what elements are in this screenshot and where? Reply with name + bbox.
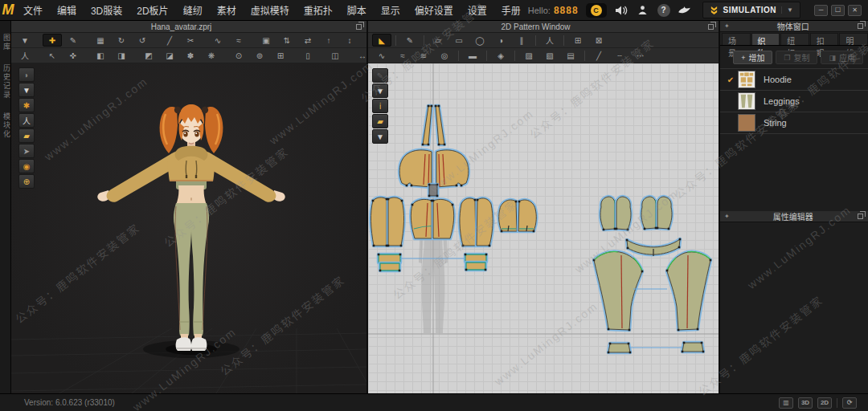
pattern-piece[interactable] [379, 254, 400, 262]
2d-add-polygon-icon[interactable]: ▱ [428, 34, 448, 47]
3d-hanger-icon[interactable]: ⇄ [298, 34, 317, 47]
menu-item-6[interactable]: 素材 [210, 1, 244, 19]
2d-check-sewing-icon[interactable]: ◎ [435, 49, 454, 62]
pattern-piece[interactable] [682, 343, 703, 352]
pin-icon[interactable]: ✦ [724, 22, 730, 30]
speaker-icon[interactable] [614, 4, 628, 17]
2d-mn-sewing-icon[interactable]: ≋ [414, 49, 433, 62]
3d-avatar-up-icon[interactable]: ↑ [319, 34, 338, 47]
pattern-piece[interactable] [465, 254, 486, 262]
show-head-icon[interactable]: ◉ [18, 159, 35, 173]
pattern-piece[interactable] [499, 200, 517, 231]
3d-free-sewing-icon[interactable]: ≈ [229, 34, 248, 47]
2d-basting-icon[interactable]: ┄ [610, 49, 629, 62]
2d-show-avatar-2d-icon[interactable]: 人 [540, 34, 559, 47]
2d-iron-icon[interactable]: ▬ [463, 49, 482, 62]
pattern-piece[interactable] [460, 198, 476, 246]
3d-button-icon[interactable]: ⊙ [229, 49, 248, 62]
menu-item-4[interactable]: 2D板片 [129, 1, 175, 19]
fabric-check-icon[interactable]: ✔ [723, 75, 738, 84]
simulation-button[interactable]: SIMULATION ▼ [702, 2, 800, 18]
coin-icon[interactable]: C [586, 3, 607, 18]
object-tab-1[interactable]: 场景 [722, 33, 751, 45]
2d-add-rectangle-icon[interactable]: ▭ [449, 34, 469, 47]
3d-tack-icon[interactable]: ╱ [160, 34, 179, 47]
help-icon[interactable]: ? [657, 4, 670, 17]
3d-fold-garment-icon[interactable]: ⇅ [277, 34, 297, 47]
pattern-piece[interactable] [608, 344, 630, 352]
split-view-button[interactable]: ▥ [779, 397, 793, 409]
2d-texture-edit-icon[interactable]: ▨ [519, 49, 538, 62]
pattern-piece[interactable] [641, 197, 656, 229]
2d-edit-pattern-icon[interactable]: ✎ [400, 34, 420, 47]
expand-object-window-icon[interactable] [858, 23, 863, 29]
3d-buttonhole-icon[interactable]: ⊚ [250, 49, 269, 62]
show-arrow-icon[interactable]: ➤ [18, 144, 35, 158]
lock-garment-icon[interactable]: ▼ [372, 129, 388, 144]
pattern-piece[interactable] [429, 185, 437, 196]
3d-tape-measure-icon[interactable]: ↖ [43, 49, 62, 62]
2d-segment-sewing-2d-icon[interactable]: ∿ [372, 49, 391, 62]
3d-fabric-front-icon[interactable]: ◩ [139, 49, 158, 62]
view-2d-button[interactable]: 2D [817, 397, 832, 409]
fabric-action-3-button[interactable]: ◨应用 [821, 51, 863, 64]
menu-item-12[interactable]: 设置 [461, 1, 494, 19]
simulation-dropdown-icon[interactable]: ▼ [781, 6, 793, 14]
menu-item-11[interactable]: 偏好设置 [407, 1, 461, 19]
view-3d-button[interactable]: 3D [798, 397, 813, 409]
pattern-window-titlebar[interactable]: 2D Pattern Window [368, 21, 719, 33]
3d-fit-garment-icon[interactable]: ▣ [256, 34, 276, 47]
pattern-canvas[interactable]: ✎▼i▰▼ [368, 63, 719, 393]
menu-item-8[interactable]: 重拓扑 [297, 1, 340, 19]
object-tab-4[interactable]: 扣眼 [810, 33, 839, 45]
pattern-piece[interactable] [388, 197, 404, 246]
fabric-action-1-button[interactable]: +增加 [733, 51, 772, 64]
3d-pattern-tape-icon[interactable]: ◧ [91, 49, 110, 62]
2d-add-circle-icon[interactable]: ◯ [470, 34, 489, 47]
pattern-piece[interactable] [433, 199, 454, 238]
object-tab-2[interactable]: 织物 [751, 33, 780, 45]
fabric-row-string[interactable]: String [720, 112, 868, 134]
object-tab-3[interactable]: 纽扣 [780, 33, 809, 45]
3d-pattern-outline-icon[interactable]: ◨ [112, 49, 131, 62]
show-seams-icon[interactable]: ✱ [18, 98, 35, 112]
3d-pin-lock-icon[interactable]: ⊞ [271, 49, 290, 62]
2d-free-sewing-2d-icon[interactable]: ≈ [393, 49, 412, 62]
3d-arrange-points-icon[interactable]: ▦ [91, 34, 110, 47]
minimize-button[interactable]: ─ [814, 5, 828, 16]
menu-item-5[interactable]: 缝纫 [176, 1, 210, 19]
pattern-piece[interactable] [411, 199, 432, 238]
3d-flatten-icon[interactable]: ◫ [326, 49, 345, 62]
menu-item-10[interactable]: 显示 [374, 1, 407, 19]
pattern-piece[interactable] [667, 252, 710, 330]
show-avatar-icon[interactable]: 人 [18, 113, 35, 128]
3d-flip-fold-icon[interactable]: ↻ [112, 34, 131, 47]
3d-sewing-scissors-icon[interactable]: ✂ [181, 34, 200, 47]
pattern-piece[interactable] [594, 251, 642, 330]
3d-select-brush-icon[interactable]: ✎ [63, 34, 83, 47]
2d-seam-allowance-icon[interactable]: ⋯ [631, 49, 650, 62]
pattern-piece[interactable] [477, 198, 493, 246]
3d-flower-a-icon[interactable]: ✽ [181, 49, 200, 62]
pin-icon[interactable]: ✦ [724, 213, 730, 220]
2d-garment-tool-icon[interactable]: ◈ [491, 49, 510, 62]
3d-flower-b-icon[interactable]: ❋ [202, 49, 221, 62]
3d-fabric-back-icon[interactable]: ◪ [160, 49, 179, 62]
pattern-piece[interactable] [371, 197, 387, 246]
pattern-piece[interactable] [616, 197, 631, 230]
menu-item-13[interactable]: 手册 [494, 1, 528, 19]
2d-line-tool-icon[interactable]: ╱ [589, 49, 608, 62]
project-tab[interactable]: Hana_avatar.zprj [11, 21, 366, 33]
fabric-row-hoodie[interactable]: ✔Hoodie [720, 69, 868, 91]
pen-tool-icon[interactable]: ✎ [372, 68, 388, 83]
2d-dart-icon[interactable]: ◑ [491, 34, 510, 47]
show-pattern-2d-icon[interactable]: ▰ [372, 114, 388, 128]
2d-grid-large-icon[interactable]: ⊠ [589, 34, 608, 47]
3d-simulate-icon[interactable]: ▼ [15, 34, 35, 47]
user-icon[interactable] [636, 4, 650, 17]
show-garment-icon[interactable]: ▼ [18, 83, 35, 97]
menu-item-3[interactable]: 3D服装 [84, 1, 129, 19]
avatar-3d[interactable] [11, 63, 366, 393]
info-icon[interactable]: i [372, 99, 388, 113]
pattern-piece[interactable] [600, 197, 615, 230]
